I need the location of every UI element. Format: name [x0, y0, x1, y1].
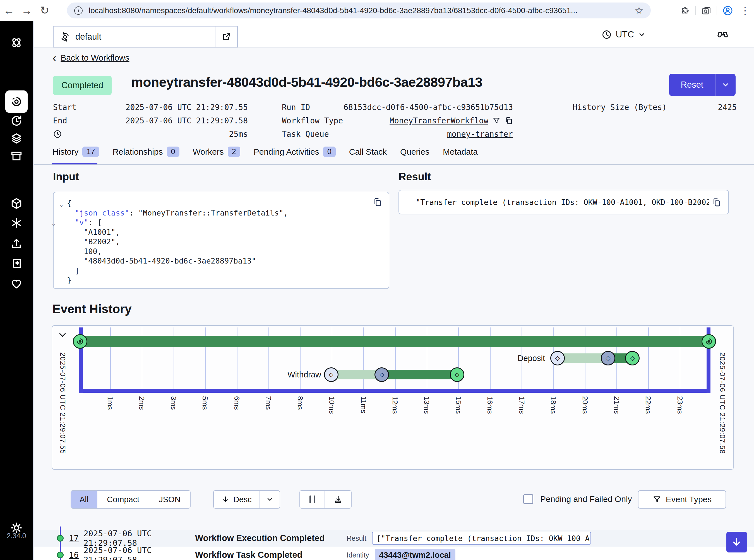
event-id-link[interactable]: 16	[69, 550, 83, 560]
tab-call-stack[interactable]: Call Stack	[349, 147, 387, 157]
axis-tick: 3ms	[169, 396, 178, 438]
tab-history[interactable]: History 17	[53, 146, 99, 157]
sidebar-item-docs[interactable]	[10, 257, 23, 270]
sidebar-item-feedback[interactable]	[10, 277, 23, 290]
tab-workers[interactable]: Workers 2	[193, 146, 240, 157]
input-heading: Input	[53, 171, 79, 183]
site-info-icon[interactable]: i	[74, 6, 83, 15]
url-text[interactable]: localhost:8080/namespaces/default/workfl…	[89, 6, 630, 15]
tab-divider	[34, 164, 754, 165]
copy-icon[interactable]	[505, 116, 513, 125]
deposit-completed-node[interactable]: ◇	[625, 351, 639, 365]
back-to-workflows-link[interactable]: ‹ Back to Workflows	[53, 53, 129, 62]
tab-pending-activities[interactable]: Pending Activities 0	[254, 146, 336, 157]
view-json-button[interactable]: JSON	[149, 491, 190, 508]
profile-icon[interactable]	[722, 5, 733, 16]
timeline-start-date: 2025-07-06 UTC 21:29:07.55	[58, 352, 67, 454]
timezone-selector[interactable]: UTC	[602, 21, 646, 48]
namespace-external-link[interactable]	[215, 26, 237, 47]
reload-icon[interactable]: ↻	[36, 4, 54, 17]
sort-order-control: Desc	[213, 490, 280, 508]
sidebar-item-nexus[interactable]	[10, 217, 23, 229]
run-id-label: Run ID	[282, 103, 310, 112]
withdraw-started-node[interactable]: ◇	[374, 367, 389, 382]
event-name: Workflow Execution Completed	[195, 533, 339, 543]
task-queue-link[interactable]: money-transfer	[447, 129, 513, 139]
axis-tick: 17ms	[518, 396, 526, 438]
pause-button[interactable]	[300, 491, 325, 508]
event-id-link[interactable]: 17	[69, 534, 83, 543]
timeline-axis-ticks: 1ms 2ms 3ms 5ms 6ms 7ms 8ms 10ms 11ms 12…	[106, 396, 684, 438]
history-size-label: History Size (Bytes)	[573, 103, 667, 112]
withdraw-completed-node[interactable]: ◇	[450, 367, 464, 382]
download-icon	[334, 495, 343, 504]
workflow-type-link[interactable]: MoneyTransferWorkflow	[390, 116, 488, 125]
withdraw-scheduled-bar[interactable]	[331, 370, 382, 379]
namespace-icon	[60, 32, 70, 42]
withdraw-running-bar[interactable]	[382, 370, 457, 379]
sidebar-item-archive[interactable]	[10, 149, 23, 162]
withdraw-scheduled-node[interactable]: ◇	[324, 367, 339, 382]
workflow-span-bar[interactable]	[80, 336, 709, 347]
namespace-switcher[interactable]: default	[53, 26, 238, 47]
tab-search-icon[interactable]	[701, 5, 712, 16]
chevron-left-icon: ‹	[53, 54, 56, 62]
sidebar-item-schedules[interactable]	[10, 114, 23, 127]
deposit-scheduled-node[interactable]: ◇	[550, 351, 565, 365]
address-bar[interactable]: i localhost:8080/namespaces/default/work…	[67, 2, 651, 18]
event-row[interactable]: 17 2025-07-06 UTC 21:29:07.58 Workflow E…	[34, 530, 754, 546]
event-time: 2025-07-06 UTC 21:29:07.58	[83, 545, 195, 560]
temporal-logo	[10, 36, 23, 49]
download-button[interactable]	[325, 491, 351, 508]
sidebar-item-namespaces[interactable]	[10, 197, 23, 210]
axis-tick: 10ms	[328, 396, 336, 438]
collapse-chevron-icon[interactable]: ⌄	[60, 200, 63, 209]
view-all-button[interactable]: All	[71, 491, 97, 508]
sidebar-item-import[interactable]	[10, 237, 23, 250]
view-compact-button[interactable]: Compact	[97, 491, 149, 508]
sidebar-item-workflows[interactable]	[5, 91, 28, 113]
start-label: Start	[53, 103, 77, 112]
extensions-icon[interactable]	[680, 5, 690, 16]
arrow-down-icon	[222, 496, 229, 503]
reset-dropdown[interactable]	[715, 74, 736, 96]
deposit-row-label: Deposit	[518, 354, 545, 363]
bookmark-star-icon[interactable]: ☆	[635, 5, 644, 17]
timeline-collapse-icon[interactable]	[57, 330, 68, 340]
scroll-to-bottom-button[interactable]	[726, 532, 747, 553]
axis-tick: 15ms	[454, 396, 463, 438]
copy-icon[interactable]	[712, 198, 721, 207]
browser-chrome: ← → ↻ i localhost:8080/namespaces/defaul…	[0, 0, 754, 21]
sort-desc-button[interactable]: Desc	[214, 491, 260, 508]
reset-label[interactable]: Reset	[669, 74, 715, 96]
workflow-end-node[interactable]	[701, 334, 716, 349]
arrow-down-icon	[731, 536, 742, 548]
back-icon[interactable]: ←	[0, 4, 18, 17]
tab-relationships[interactable]: Relationships 0	[113, 146, 179, 157]
pending-failed-checkbox[interactable]	[523, 494, 533, 504]
separator	[717, 6, 717, 15]
result-heading: Result	[399, 171, 431, 183]
axis-tick: 6ms	[233, 396, 241, 438]
withdraw-row-label: Withdraw	[287, 370, 321, 379]
browser-menu-icon[interactable]: ⋮	[738, 5, 752, 17]
deposit-scheduled-bar[interactable]	[557, 354, 608, 363]
filter-icon[interactable]	[492, 116, 501, 125]
workflow-title: moneytransfer-48043d0d-5b41-4920-bd6c-3a…	[131, 75, 482, 90]
namespace-name: default	[75, 32, 101, 42]
sort-dropdown[interactable]	[260, 491, 280, 508]
event-timeline: Deposit ◇ ◇ ◇ Withdraw ◇ ◇ ◇ 2025-07-06 …	[52, 325, 734, 470]
labs-icon[interactable]	[716, 28, 730, 41]
event-row[interactable]: 16 2025-07-06 UTC 21:29:07.58 Workflow T…	[34, 546, 754, 560]
forward-icon[interactable]: →	[18, 4, 36, 17]
event-types-button[interactable]: Event Types	[638, 490, 726, 508]
axis-tick: 21ms	[613, 396, 621, 438]
deposit-started-node[interactable]: ◇	[601, 351, 615, 365]
result-value: "Transfer complete (transaction IDs: OKW…	[416, 198, 709, 206]
tab-queries[interactable]: Queries	[400, 147, 429, 157]
reset-button[interactable]: Reset	[669, 74, 736, 96]
tab-metadata[interactable]: Metadata	[443, 147, 478, 157]
workflow-start-node[interactable]	[73, 334, 87, 349]
sidebar-item-batch-operations[interactable]	[10, 132, 23, 145]
collapse-chevron-icon[interactable]: ⌄	[52, 219, 55, 228]
